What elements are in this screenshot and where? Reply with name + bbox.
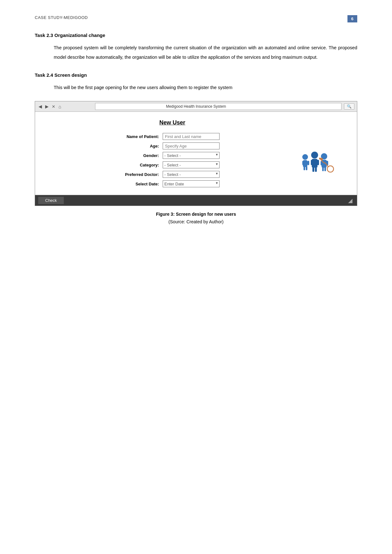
svg-rect-9 — [317, 160, 319, 165]
page-header: CASE STUDY-MEDIGOOD 6 — [35, 15, 357, 22]
field-label-category: Category: — [123, 160, 161, 170]
doctor-svg — [296, 148, 337, 179]
field-cell-name — [161, 132, 221, 141]
section-2-3-heading: Task 2.3 Organizational change — [35, 33, 357, 38]
browser-mockup: ◀ ▶ ✕ ⌂ Medigood Health Insurance System… — [35, 101, 357, 206]
browser-footer: Check ◢ — [35, 195, 357, 206]
svg-rect-11 — [315, 167, 317, 172]
figure-caption: Figure 3: Screen design for new users — [35, 212, 357, 217]
section-2-4-body: This will be the first page opening for … — [54, 83, 357, 92]
form-left: New User Name of Patient: — [45, 119, 299, 189]
table-row: Category: - Select - — [123, 160, 222, 170]
search-button[interactable]: 🔍 — [344, 103, 354, 110]
field-cell-date: Enter Date — [161, 179, 221, 189]
svg-rect-4 — [304, 166, 305, 170]
page-number: 6 — [347, 15, 357, 22]
doctor-select-wrapper: - Select - — [163, 171, 220, 178]
form-table: Name of Patient: Age: — [123, 132, 222, 189]
browser-content: New User Name of Patient: — [35, 112, 357, 195]
doctor-select[interactable]: - Select - — [163, 171, 220, 178]
back-button[interactable]: ◀ — [38, 104, 43, 109]
page: CASE STUDY-MEDIGOOD 6 Task 2.3 Organizat… — [0, 0, 392, 554]
doctor-illustration — [296, 148, 337, 179]
check-button[interactable]: Check — [38, 197, 64, 204]
field-label-doctor: Preferred Doctor: — [123, 170, 161, 179]
svg-rect-16 — [322, 167, 324, 171]
figure-source: (Source: Created by Author) — [35, 219, 357, 224]
field-label-age: Age: — [123, 141, 161, 151]
footer-icon: ◢ — [348, 197, 354, 204]
gender-select-wrapper: - Select - Male Female — [163, 152, 220, 159]
table-row: Age: — [123, 141, 222, 151]
table-row: Name of Patient: — [123, 132, 222, 141]
svg-rect-2 — [302, 161, 304, 165]
table-row: Preferred Doctor: - Select - — [123, 170, 222, 179]
svg-point-18 — [327, 166, 334, 172]
gender-select[interactable]: - Select - Male Female — [163, 152, 220, 159]
browser-title: Medigood Health Insurance System — [166, 104, 226, 109]
section-2-4: Task 2.4 Screen design This will be the … — [35, 72, 357, 92]
document-title: CASE STUDY-MEDIGOOD — [35, 15, 88, 20]
svg-rect-17 — [324, 167, 326, 171]
svg-rect-8 — [311, 160, 313, 165]
section-2-4-heading: Task 2.4 Screen design — [35, 72, 357, 78]
field-label-name: Name of Patient: — [123, 132, 161, 141]
table-row: Gender: - Select - Male Female — [123, 151, 222, 160]
field-cell-doctor: - Select - — [161, 170, 221, 179]
svg-rect-10 — [312, 167, 314, 172]
field-label-date: Select Date: — [123, 179, 161, 189]
svg-rect-5 — [306, 166, 307, 170]
age-input[interactable] — [163, 142, 220, 149]
browser-toolbar: ◀ ▶ ✕ ⌂ Medigood Health Insurance System… — [35, 101, 357, 112]
field-cell-gender: - Select - Male Female — [161, 151, 221, 160]
form-title: New User — [45, 119, 299, 126]
field-cell-category: - Select - — [161, 160, 221, 170]
svg-point-20 — [319, 158, 321, 160]
category-select-wrapper: - Select - — [163, 161, 220, 168]
name-input[interactable] — [163, 133, 220, 140]
section-2-3-body: The proposed system will be completely t… — [54, 43, 357, 62]
field-label-gender: Gender: — [123, 151, 161, 160]
svg-point-6 — [311, 152, 318, 159]
form-wrapper: New User Name of Patient: — [45, 119, 347, 189]
date-select[interactable]: Enter Date — [163, 180, 220, 187]
table-row: Select Date: Enter Date — [123, 179, 222, 189]
svg-rect-3 — [307, 161, 309, 165]
date-select-wrapper: Enter Date — [163, 180, 220, 187]
category-select[interactable]: - Select - — [163, 161, 220, 168]
svg-point-0 — [302, 154, 308, 160]
forward-button[interactable]: ▶ — [44, 104, 50, 109]
close-button[interactable]: ✕ — [51, 104, 56, 109]
field-cell-age — [161, 141, 221, 151]
home-button[interactable]: ⌂ — [57, 104, 62, 109]
section-2-3: Task 2.3 Organizational change The propo… — [35, 33, 357, 62]
